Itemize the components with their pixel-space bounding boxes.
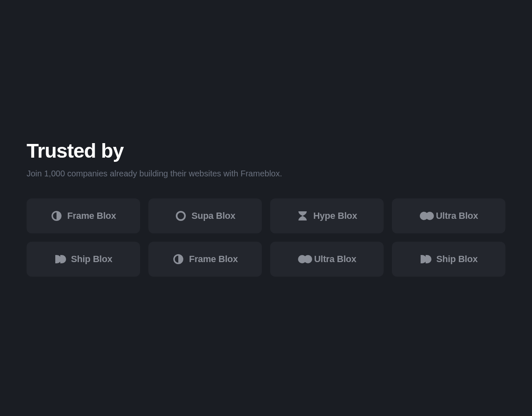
overlap-circles-icon [419, 210, 431, 222]
double-d-icon [54, 253, 66, 265]
section-heading: Trusted by [27, 139, 505, 162]
company-name: Ultra Blox [314, 254, 357, 265]
company-card: Hype Blox [270, 198, 384, 233]
company-card: Ship Blox [27, 242, 140, 277]
company-grid: Frame Blox Supa Blox Hype Blox [27, 198, 505, 277]
company-card: Ultra Blox [392, 198, 505, 233]
company-card: Supa Blox [148, 198, 262, 233]
company-name: Frame Blox [189, 254, 238, 265]
ring-icon [175, 210, 187, 222]
company-name: Ship Blox [436, 254, 478, 265]
half-circle-icon [51, 210, 62, 222]
half-circle-icon [172, 253, 184, 265]
hourglass-icon [297, 210, 308, 222]
svg-point-1 [426, 212, 434, 220]
double-d-icon [420, 253, 431, 265]
section-subheading: Join 1,000 companies already building th… [27, 169, 505, 178]
company-card: Frame Blox [148, 242, 262, 277]
company-name: Supa Blox [192, 210, 236, 221]
company-name: Ship Blox [71, 254, 112, 265]
company-name: Hype Blox [313, 210, 357, 221]
company-name: Frame Blox [67, 210, 116, 221]
overlap-circles-icon [298, 253, 309, 265]
company-name: Ultra Blox [436, 210, 478, 221]
company-card: Frame Blox [27, 198, 140, 233]
company-card: Ship Blox [392, 242, 505, 277]
company-card: Ultra Blox [270, 242, 384, 277]
svg-point-3 [304, 255, 312, 263]
trusted-by-section: Trusted by Join 1,000 companies already … [27, 139, 505, 277]
